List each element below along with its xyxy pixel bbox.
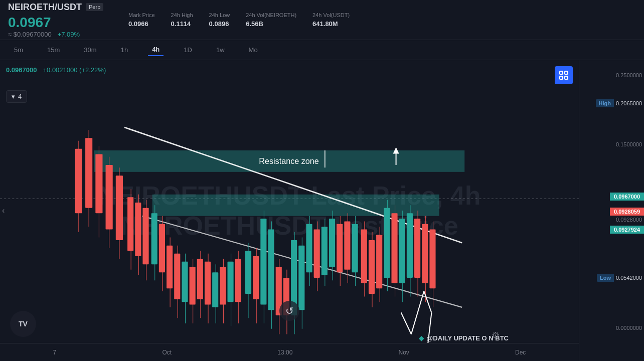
svg-line-102 <box>401 313 411 334</box>
diamond-icon: ◆ <box>419 334 424 342</box>
svg-rect-25 <box>135 203 141 256</box>
refresh-button[interactable]: ↺ <box>279 301 299 321</box>
svg-rect-23 <box>127 197 133 251</box>
svg-rect-69 <box>306 224 312 272</box>
svg-rect-47 <box>220 267 226 305</box>
red-price-badge: 0.0928059 <box>610 208 644 216</box>
high-badge-container: High 0.2065000 <box>596 99 644 107</box>
svg-rect-41 <box>197 259 203 299</box>
svg-rect-93 <box>399 219 405 283</box>
symbol-name: NEIROETH/USDT <box>8 2 82 13</box>
green-price-value: 0.0927924 <box>610 226 644 234</box>
svg-rect-2 <box>560 76 563 79</box>
svg-rect-21 <box>116 175 123 240</box>
top-header: NEIROETH/USDT Perp 0.0967 ≈ $0.09670000 … <box>0 0 644 40</box>
svg-rect-37 <box>182 262 188 302</box>
chart-ohlc: 0.0967000 <box>6 66 37 74</box>
svg-rect-27 <box>142 208 148 264</box>
svg-rect-71 <box>314 230 320 278</box>
indicator-badge[interactable]: ▾ 4 <box>6 90 27 103</box>
chart-price-info: 0.0967000 +0.0021000 (+2.22%) <box>6 66 106 74</box>
tv-logo-text: TV <box>19 320 28 328</box>
price-label-0.0928: 0.0928000 <box>616 217 642 223</box>
low-badge-container: Low 0.0542000 <box>597 274 644 282</box>
low-badge: Low <box>597 274 614 282</box>
stats-grid: Mark Price 0.0966 24h High 0.1114 24h Lo… <box>128 12 350 28</box>
tf-mo[interactable]: Mo <box>245 44 262 56</box>
mark-price-value: 0.0966 <box>128 20 155 28</box>
x-axis-7: 7 <box>53 349 57 356</box>
chart-change: +0.0021000 (+2.22%) <box>43 66 106 74</box>
svg-rect-6 <box>152 195 439 216</box>
svg-line-103 <box>411 291 424 334</box>
svg-rect-53 <box>245 251 251 294</box>
svg-rect-1 <box>565 71 568 74</box>
expand-button[interactable] <box>555 66 573 84</box>
low-label: 24h Low <box>209 12 230 18</box>
svg-rect-49 <box>228 262 234 302</box>
svg-rect-13 <box>75 149 82 214</box>
svg-rect-45 <box>212 272 218 307</box>
svg-rect-79 <box>344 221 350 269</box>
price-usd: ≈ $0.09670000 <box>8 31 52 38</box>
svg-rect-17 <box>95 154 102 214</box>
svg-line-104 <box>424 291 431 313</box>
vol-neiroeth-value: 6.56B <box>246 20 296 28</box>
indicator-count: 4 <box>18 93 22 100</box>
resistance-label: Resistance zone <box>259 156 319 166</box>
x-axis-13: 13:00 <box>277 349 292 356</box>
chevron-down-icon: ▾ <box>12 93 15 100</box>
svg-rect-31 <box>159 224 165 272</box>
tf-30m[interactable]: 30m <box>80 44 100 56</box>
symbol-section: NEIROETH/USDT Perp 0.0967 ≈ $0.09670000 … <box>8 2 108 38</box>
left-collapse-arrow[interactable]: ‹ <box>0 204 7 217</box>
svg-rect-19 <box>106 165 113 230</box>
tf-1h[interactable]: 1h <box>117 44 132 56</box>
svg-rect-0 <box>560 71 563 74</box>
x-axis-dec: Dec <box>515 349 526 356</box>
svg-rect-43 <box>205 262 211 305</box>
svg-rect-75 <box>329 219 335 267</box>
tf-5m[interactable]: 5m <box>10 44 27 56</box>
svg-rect-95 <box>407 213 413 278</box>
tf-4h[interactable]: 4h <box>148 44 164 56</box>
symbol-row: NEIROETH/USDT Perp <box>8 2 108 13</box>
price-label-0.15: 0.1500000 <box>616 141 642 147</box>
x-axis-nov: Nov <box>398 349 409 356</box>
green-price-badge: 0.0927924 <box>610 226 644 234</box>
low-value: 0.0896 <box>209 20 230 28</box>
red-price-value: 0.0928059 <box>610 208 644 216</box>
svg-rect-97 <box>414 219 420 278</box>
stat-24h-low: 24h Low 0.0896 <box>209 12 230 28</box>
settings-icon[interactable]: ⚙ <box>492 330 500 341</box>
mark-price-label: Mark Price <box>128 12 155 18</box>
chart-container: NEIROETHUSDT Last Price, 4h NEIROETHUSDT… <box>0 60 644 361</box>
svg-rect-99 <box>422 224 428 283</box>
price-label-0.00: 0.0000000 <box>616 325 642 331</box>
low-badge-value: 0.0542000 <box>616 275 642 281</box>
current-price-value: 0.0967000 <box>610 193 644 201</box>
tf-15m[interactable]: 15m <box>43 44 64 56</box>
svg-rect-51 <box>235 259 241 302</box>
stat-vol-usdt: 24h Vol(USDT) 641.80M <box>312 12 350 28</box>
high-badge-value: 0.2065000 <box>616 100 642 106</box>
svg-rect-85 <box>369 240 375 294</box>
high-value: 0.1114 <box>171 20 193 28</box>
current-price-badge: 0.0967000 <box>610 193 644 201</box>
svg-rect-67 <box>298 246 304 310</box>
tf-1d[interactable]: 1D <box>180 44 196 56</box>
timeframe-bar: 5m 15m 30m 1h 4h 1D 1w Mo <box>0 40 644 60</box>
tf-1w[interactable]: 1w <box>212 44 229 56</box>
stat-vol-neiroeth: 24h Vol(NEIROETH) 6.56B <box>246 12 296 28</box>
chart-main[interactable]: NEIROETHUSDT Last Price, 4h NEIROETHUSDT… <box>0 60 579 361</box>
price-change: +7.09% <box>58 31 80 38</box>
svg-rect-91 <box>391 213 397 283</box>
svg-rect-55 <box>253 256 259 299</box>
expand-icon <box>559 70 569 80</box>
vol-usdt-label: 24h Vol(USDT) <box>312 12 350 18</box>
x-axis: 7 Oct 13:00 Nov Dec <box>0 343 579 361</box>
svg-rect-35 <box>174 254 180 299</box>
vol-neiroeth-label: 24h Vol(NEIROETH) <box>246 12 296 18</box>
svg-rect-3 <box>565 76 568 79</box>
perp-badge: Perp <box>86 3 103 11</box>
